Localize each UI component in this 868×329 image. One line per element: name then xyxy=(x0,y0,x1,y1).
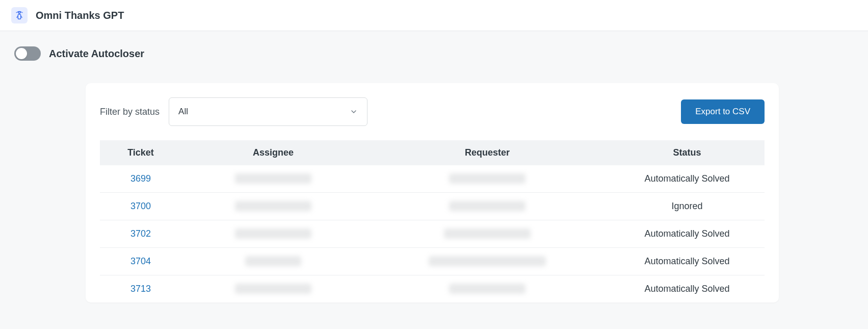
filter-group: Filter by status All xyxy=(100,97,367,126)
requester-redacted: ████████ xyxy=(444,229,531,239)
autocloser-toggle-row: Activate Autocloser xyxy=(14,46,854,61)
toggle-knob xyxy=(16,48,27,59)
chevron-down-icon xyxy=(350,108,358,116)
tickets-panel: Filter by status All Export to CSV Ticke… xyxy=(86,83,779,302)
app-title: Omni Thanks GPT xyxy=(36,10,124,21)
svg-rect-1 xyxy=(18,14,21,19)
requester-redacted: ████████ xyxy=(449,201,525,211)
table-row: 3699████████████████Automatically Solved xyxy=(100,165,765,193)
assignee-redacted: ████████ xyxy=(235,173,311,184)
assignee-redacted: ████████ xyxy=(245,256,301,266)
tickets-table: Ticket Assignee Requester Status 3699███… xyxy=(100,140,765,302)
assignee-redacted: ████████ xyxy=(235,201,311,211)
ticket-link[interactable]: 3702 xyxy=(130,229,151,239)
status-cell: Automatically Solved xyxy=(610,165,765,193)
robot-thanks-icon xyxy=(14,10,25,21)
assignee-redacted: ████████ xyxy=(235,284,311,294)
status-cell: Automatically Solved xyxy=(610,275,765,303)
content-area: Activate Autocloser Filter by status All… xyxy=(0,31,868,302)
requester-redacted: ████████ xyxy=(449,284,525,294)
status-cell: Automatically Solved xyxy=(610,248,765,275)
app-header: Omni Thanks GPT xyxy=(0,0,868,31)
requester-redacted: ████████ xyxy=(449,173,525,184)
table-row: 3713████████████████Automatically Solved xyxy=(100,275,765,303)
panel-controls: Filter by status All Export to CSV xyxy=(100,97,765,126)
export-csv-button[interactable]: Export to CSV xyxy=(681,99,765,124)
ticket-link[interactable]: 3704 xyxy=(130,256,151,266)
autocloser-toggle-label: Activate Autocloser xyxy=(49,48,144,60)
header-ticket: Ticket xyxy=(100,140,181,165)
requester-redacted: ████████ xyxy=(429,256,546,266)
ticket-link[interactable]: 3713 xyxy=(130,284,151,294)
table-row: 3700████████████████Ignored xyxy=(100,193,765,220)
ticket-link[interactable]: 3699 xyxy=(130,173,151,184)
table-row: 3704████████████████Automatically Solved xyxy=(100,248,765,275)
ticket-link[interactable]: 3700 xyxy=(130,201,151,211)
header-requester: Requester xyxy=(365,140,610,165)
assignee-redacted: ████████ xyxy=(235,229,311,239)
filter-label: Filter by status xyxy=(100,107,160,117)
app-icon xyxy=(11,7,28,23)
table-row: 3702████████████████Automatically Solved xyxy=(100,220,765,248)
header-status: Status xyxy=(610,140,765,165)
header-assignee: Assignee xyxy=(181,140,365,165)
status-filter-value: All xyxy=(178,107,188,117)
autocloser-toggle[interactable] xyxy=(14,46,41,61)
status-cell: Ignored xyxy=(610,193,765,220)
status-filter-select[interactable]: All xyxy=(169,97,367,126)
status-cell: Automatically Solved xyxy=(610,220,765,248)
table-header-row: Ticket Assignee Requester Status xyxy=(100,140,765,165)
